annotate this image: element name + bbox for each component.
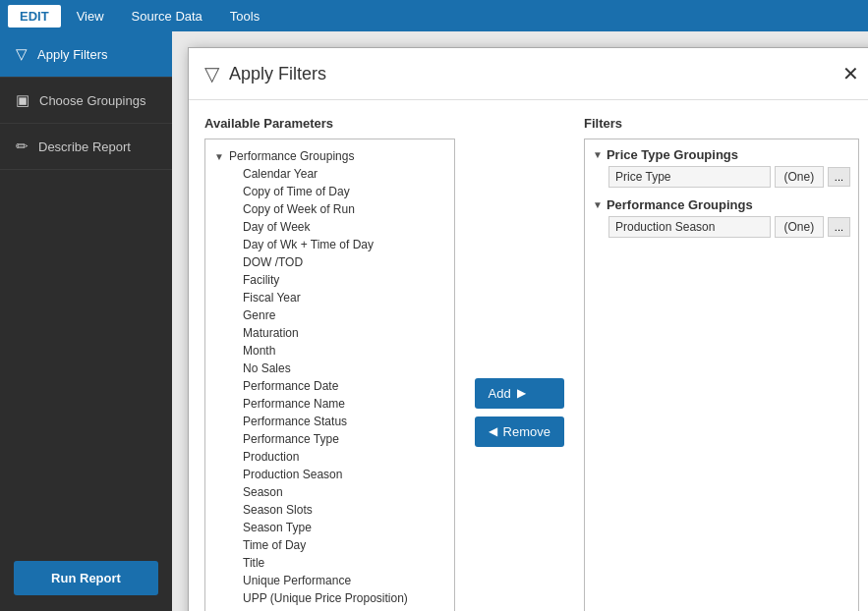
list-item[interactable]: No Sales xyxy=(235,360,454,377)
list-item[interactable]: Unique Performance xyxy=(235,572,454,589)
filter-toggle-price-type: ▼ xyxy=(593,149,603,160)
describe-icon: ✏ xyxy=(16,138,29,155)
filter-group-performance-label: Performance Groupings xyxy=(607,197,753,212)
list-item[interactable]: Copy of Week of Run xyxy=(235,200,454,218)
main-layout: ▽ Apply Filters ▣ Choose Groupings ✏ Des… xyxy=(0,31,868,611)
list-item[interactable]: Title xyxy=(235,554,454,572)
menu-tools[interactable]: Tools xyxy=(218,5,271,28)
performance-tree-items: Calendar Year Copy of Time of Day Copy o… xyxy=(205,165,454,611)
filter-row-price-type: Price Type (One) ... xyxy=(608,166,850,188)
remove-icon: ◀ xyxy=(489,424,497,438)
sidebar-item-apply-filters[interactable]: ▽ Apply Filters xyxy=(0,31,172,78)
content-area: ▽ Apply Filters ✕ Available Parameters ▼ xyxy=(172,31,868,611)
sidebar-label-describe: Describe Report xyxy=(38,139,131,154)
list-item[interactable]: Genre xyxy=(235,306,454,324)
tree-group-performance-header[interactable]: ▼ Performance Groupings xyxy=(205,147,454,165)
menu-edit[interactable]: EDIT xyxy=(8,5,61,28)
filter-value-production-season: (One) xyxy=(775,216,824,238)
sidebar: ▽ Apply Filters ▣ Choose Groupings ✏ Des… xyxy=(0,31,172,611)
tree-toggle-performance: ▼ xyxy=(213,151,225,162)
list-item[interactable]: Production xyxy=(235,448,454,466)
remove-label: Remove xyxy=(503,424,550,439)
filters-title: Filters xyxy=(584,116,859,131)
filter-toggle-performance: ▼ xyxy=(593,199,603,210)
list-item[interactable]: DOW /TOD xyxy=(235,253,454,271)
apply-filters-modal: ▽ Apply Filters ✕ Available Parameters ▼ xyxy=(188,47,868,611)
menu-view[interactable]: View xyxy=(65,5,116,28)
list-item[interactable]: Week of Run xyxy=(235,607,454,611)
add-label: Add xyxy=(489,386,511,401)
filters-section: ▼ Price Type Groupings Price Type (One) … xyxy=(584,139,859,611)
list-item[interactable]: Time of Day xyxy=(235,536,454,554)
list-item[interactable]: Day of Wk + Time of Day xyxy=(235,236,454,253)
list-item[interactable]: Production Season xyxy=(235,466,454,483)
filter-more-production-season[interactable]: ... xyxy=(828,217,850,237)
modal-title: Apply Filters xyxy=(229,64,326,84)
available-parameters-title: Available Parameters xyxy=(204,116,455,131)
filter-row-production-season: Production Season (One) ... xyxy=(608,216,850,238)
list-item[interactable]: Facility xyxy=(235,271,454,289)
add-icon: ▶ xyxy=(517,386,526,400)
list-item[interactable]: Performance Status xyxy=(235,413,454,430)
list-item[interactable]: Season Type xyxy=(235,519,454,536)
list-item[interactable]: Fiscal Year xyxy=(235,289,454,306)
list-item[interactable]: Maturation xyxy=(235,324,454,342)
modal-close-button[interactable]: ✕ xyxy=(842,64,859,83)
filter-group-performance: ▼ Performance Groupings Production Seaso… xyxy=(593,197,850,238)
sidebar-label-groupings: Choose Groupings xyxy=(39,93,145,108)
list-item[interactable]: Performance Name xyxy=(235,395,454,413)
middle-buttons: Add ▶ ◀ Remove xyxy=(471,116,568,611)
sidebar-item-describe-report[interactable]: ✏ Describe Report xyxy=(0,124,172,170)
menu-bar: EDIT View Source Data Tools xyxy=(0,0,868,31)
add-button[interactable]: Add ▶ xyxy=(475,378,564,409)
filter-group-price-type: ▼ Price Type Groupings Price Type (One) … xyxy=(593,147,850,188)
filter-icon: ▽ xyxy=(16,45,28,63)
list-item[interactable]: Calendar Year xyxy=(235,165,454,183)
list-item[interactable]: Month xyxy=(235,342,454,360)
filter-group-price-type-header: ▼ Price Type Groupings xyxy=(593,147,850,162)
filter-group-price-type-label: Price Type Groupings xyxy=(607,147,738,162)
remove-button[interactable]: ◀ Remove xyxy=(475,417,564,447)
list-item[interactable]: UPP (Unique Price Proposition) xyxy=(235,589,454,607)
filter-group-performance-header: ▼ Performance Groupings xyxy=(593,197,850,212)
filter-name-price-type: Price Type xyxy=(608,166,771,188)
tree-group-performance: ▼ Performance Groupings Calendar Year Co… xyxy=(205,145,454,611)
filter-more-price-type[interactable]: ... xyxy=(828,167,850,187)
modal-filter-icon: ▽ xyxy=(204,62,219,85)
modal-header: ▽ Apply Filters ✕ xyxy=(189,48,868,100)
menu-source-data[interactable]: Source Data xyxy=(120,5,214,28)
filter-name-production-season: Production Season xyxy=(608,216,771,238)
list-item[interactable]: Day of Week xyxy=(235,218,454,236)
list-item[interactable]: Season xyxy=(235,483,454,501)
modal-title-area: ▽ Apply Filters xyxy=(204,62,326,85)
right-panel: Filters ▼ Price Type Groupings Price Typ… xyxy=(584,116,859,611)
modal-body: Available Parameters ▼ Performance Group… xyxy=(189,100,868,611)
filter-value-price-type: (One) xyxy=(775,166,824,188)
sidebar-label-apply-filters: Apply Filters xyxy=(37,47,108,62)
list-item[interactable]: Performance Date xyxy=(235,377,454,395)
run-report-button[interactable]: Run Report xyxy=(14,561,158,595)
list-item[interactable]: Performance Type xyxy=(235,430,454,448)
sidebar-item-choose-groupings[interactable]: ▣ Choose Groupings xyxy=(0,78,172,124)
list-item[interactable]: Copy of Time of Day xyxy=(235,183,454,200)
params-list[interactable]: ▼ Performance Groupings Calendar Year Co… xyxy=(204,139,455,611)
list-item[interactable]: Season Slots xyxy=(235,501,454,519)
left-panel: Available Parameters ▼ Performance Group… xyxy=(204,116,455,611)
tree-group-performance-label: Performance Groupings xyxy=(229,149,354,163)
groupings-icon: ▣ xyxy=(16,91,29,109)
